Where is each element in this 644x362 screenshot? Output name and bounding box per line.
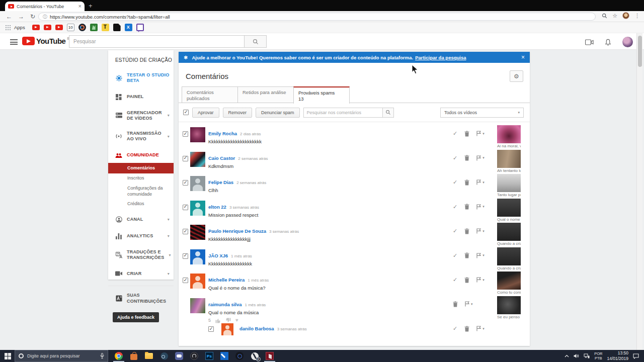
sidebar-item-canal[interactable]: CANAL ▾ <box>108 216 174 223</box>
new-tab-button[interactable]: + <box>89 2 93 10</box>
taskbar-steam-icon[interactable] <box>156 350 172 362</box>
taskbar-chrome-icon[interactable] <box>111 350 126 362</box>
video-thumbnail-image[interactable] <box>497 272 521 290</box>
comment-checkbox[interactable] <box>183 156 188 161</box>
delete-trash-icon[interactable] <box>464 131 469 137</box>
bookmark-youtube-icon[interactable] <box>44 25 51 30</box>
select-all-checkbox[interactable] <box>183 110 189 115</box>
flag-menu[interactable]: ▾ <box>476 228 485 234</box>
sidebar-item-painel[interactable]: PAINEL <box>108 94 174 101</box>
delete-trash-icon[interactable] <box>464 155 469 161</box>
taskbar-dark-app-icon[interactable] <box>232 350 247 362</box>
approve-check-icon[interactable]: ✓ <box>453 204 457 210</box>
tab-provaveis-spams[interactable]: Prováveis spams 13 <box>293 86 350 104</box>
commenter-avatar[interactable] <box>190 249 205 264</box>
browser-profile-avatar[interactable] <box>622 12 629 19</box>
sidebar-item-traducoes[interactable]: TRADUÇÕES E TRANSCRIÇÕES ▾ <box>108 249 174 261</box>
commenter-name[interactable]: elton 22 <box>208 204 226 210</box>
comments-search-input[interactable] <box>303 108 383 118</box>
approve-check-icon[interactable]: ✓ <box>453 155 457 161</box>
taskbar-store-icon[interactable] <box>126 350 141 362</box>
tab-close-icon[interactable]: × <box>78 4 82 9</box>
browser-tab[interactable]: Comentários - YouTube × <box>5 2 85 11</box>
taskbar-discord-icon[interactable] <box>172 350 187 362</box>
video-thumbnail-item[interactable]: Como tu conse... <box>497 272 522 296</box>
flag-menu[interactable]: ▾ <box>476 277 485 283</box>
sidebar-item-configuracoes[interactable]: Configurações da comunidade <box>108 184 174 199</box>
bookmark-ten-icon[interactable]: 10 <box>67 24 74 31</box>
flag-menu[interactable]: ▾ <box>476 179 485 185</box>
video-filter-dropdown[interactable]: Todos os vídeos ▾ <box>440 108 524 118</box>
bookmark-twitch-icon[interactable] <box>136 24 144 31</box>
sidebar-item-inscritos[interactable]: Inscritos <box>108 173 174 184</box>
video-thumbnail-item[interactable]: Ai na moral, vo... <box>497 125 522 150</box>
commenter-name[interactable]: raimunda silva <box>208 302 242 307</box>
approve-check-icon[interactable]: ✓ <box>453 179 457 186</box>
upload-video-icon[interactable] <box>585 39 594 45</box>
taskbar-design-app-icon[interactable] <box>217 350 232 362</box>
notifications-bell-icon[interactable] <box>605 39 611 46</box>
settings-gear-button[interactable]: ⚙ <box>510 70 523 82</box>
comment-checkbox[interactable] <box>183 253 188 259</box>
taskbar-xbox-icon[interactable]: 2 <box>247 350 262 362</box>
video-thumbnail-image[interactable] <box>497 247 521 265</box>
commenter-avatar[interactable] <box>190 225 205 240</box>
zoom-icon[interactable] <box>602 13 607 19</box>
banner-link[interactable]: Participar da pesquisa <box>415 55 466 60</box>
video-thumbnail-item[interactable]: Se eu penso e... <box>497 296 522 321</box>
commenter-avatar[interactable] <box>221 323 233 335</box>
commenter-avatar[interactable] <box>190 274 205 289</box>
sidebar-item-criar[interactable]: CRIAR ▾ <box>108 270 174 277</box>
approve-check-icon[interactable]: ✓ <box>453 277 457 283</box>
approve-check-icon[interactable]: ✓ <box>453 252 457 259</box>
browser-menu-icon[interactable]: ⋮ <box>634 13 640 19</box>
approve-check-icon[interactable]: ✓ <box>453 325 457 332</box>
comment-checkbox[interactable] <box>183 131 188 137</box>
video-thumbnail-item[interactable]: Ah tentanto lug... <box>497 150 522 174</box>
sidebar-item-transmissao[interactable]: TRANSMISSÃO AO VIVO ▾ <box>108 131 174 142</box>
bookmark-document-icon[interactable] <box>113 24 121 31</box>
video-thumbnail-image[interactable] <box>497 125 521 143</box>
video-thumbnail-image[interactable] <box>497 199 521 217</box>
sidebar-item-comunidade[interactable]: COMUNIDADE <box>108 152 174 159</box>
start-button[interactable] <box>5 353 11 359</box>
approve-button[interactable]: Aprovar <box>192 108 219 118</box>
sidebar-item-gerenciador[interactable]: GERENCIADOR DE VÍDEOS ▾ <box>108 110 174 122</box>
taskbar-red-app-icon[interactable] <box>262 350 277 362</box>
commenter-avatar[interactable] <box>190 176 205 191</box>
microphone-icon[interactable] <box>100 353 104 359</box>
video-thumbnail-item[interactable]: Quando a crian... <box>497 247 522 272</box>
bookmark-star-icon[interactable]: ☆ <box>612 13 617 19</box>
delete-trash-icon[interactable] <box>464 204 469 210</box>
comment-checkbox[interactable] <box>183 180 188 186</box>
sidebar-item-comentarios[interactable]: Comentários <box>108 163 174 174</box>
comment-checkbox[interactable] <box>208 326 214 332</box>
flag-menu[interactable]: ▾ <box>465 301 473 307</box>
youtube-search-input[interactable] <box>69 35 244 48</box>
commenter-avatar[interactable] <box>190 152 205 167</box>
scrollbar-thumb[interactable] <box>638 36 642 67</box>
volume-icon[interactable] <box>574 353 579 358</box>
comment-checkbox[interactable] <box>183 278 188 283</box>
commenter-name[interactable]: Michelle Pereira <box>208 277 245 283</box>
sidebar-item-creditos[interactable]: Créditos <box>108 199 174 209</box>
sidebar-item-analytics[interactable]: ANALYTICS ▾ <box>108 233 174 240</box>
commenter-name[interactable]: Caio Castor <box>208 155 235 161</box>
taskbar-search[interactable]: Digite aqui para pesquisar <box>15 350 108 362</box>
bookmark-youtube-icon[interactable] <box>55 25 63 30</box>
language-indicator[interactable]: PORPTB <box>594 351 602 360</box>
account-avatar[interactable] <box>622 37 633 47</box>
bookmark-youtube-icon[interactable] <box>32 25 40 30</box>
delete-trash-icon[interactable] <box>453 301 458 307</box>
taskbar-photoshop-icon[interactable]: Ps <box>202 350 217 362</box>
bookmark-yellow-icon[interactable] <box>102 24 109 31</box>
commenter-name[interactable]: Emily Rocha <box>208 131 237 136</box>
banner-close-icon[interactable]: × <box>521 54 525 61</box>
comment-checkbox[interactable] <box>183 229 188 234</box>
delete-trash-icon[interactable] <box>464 252 469 258</box>
comments-search-button[interactable] <box>383 108 394 118</box>
approve-check-icon[interactable]: ✓ <box>453 228 457 234</box>
page-scrollbar[interactable] <box>636 33 642 350</box>
video-thumbnail-image[interactable] <box>497 174 521 192</box>
commenter-avatar[interactable] <box>190 201 205 216</box>
